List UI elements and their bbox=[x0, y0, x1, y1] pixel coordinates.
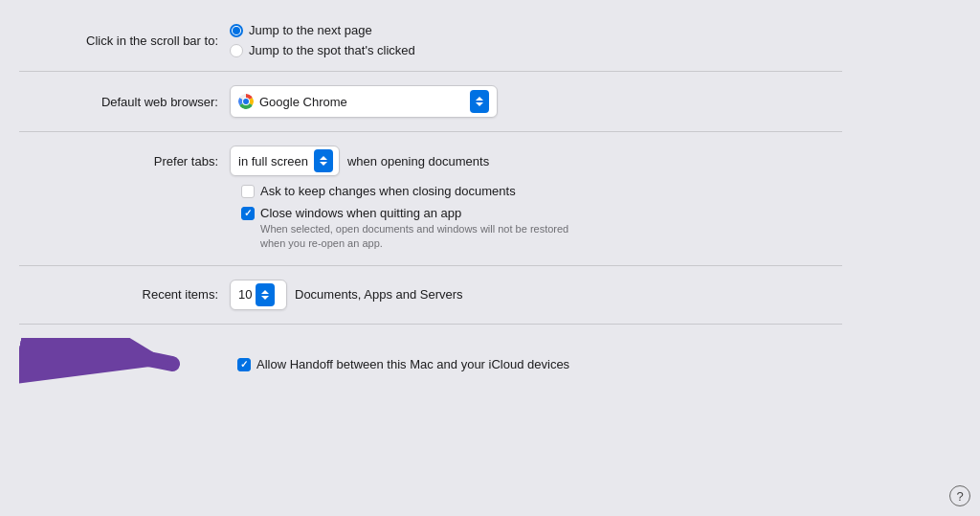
recent-stepper-down-icon bbox=[261, 296, 269, 300]
ask-keep-checkbox[interactable] bbox=[241, 185, 255, 198]
recent-label: Recent items: bbox=[19, 287, 230, 302]
recent-value: 10 bbox=[238, 287, 252, 302]
arrow-annotation-icon bbox=[19, 338, 230, 391]
radio-item-jump-next[interactable]: Jump to the next page bbox=[230, 23, 415, 37]
scrollbar-section: Click in the scroll bar to: Jump to the … bbox=[19, 10, 842, 72]
tab-select[interactable]: in full screen bbox=[230, 146, 340, 176]
browser-select[interactable]: Google Chrome bbox=[230, 85, 498, 118]
radio-jump-spot-label: Jump to the spot that's clicked bbox=[249, 43, 415, 57]
browser-stepper-down-icon bbox=[476, 102, 483, 106]
svg-point-2 bbox=[243, 99, 249, 104]
recent-select[interactable]: 10 bbox=[230, 280, 287, 310]
scrollbar-label: Click in the scroll bar to: bbox=[19, 34, 230, 48]
tab-stepper-up-icon bbox=[320, 156, 327, 160]
tab-suffix: when opening documents bbox=[347, 154, 489, 168]
recent-suffix: Documents, Apps and Servers bbox=[295, 287, 463, 302]
handoff-label: Allow Handoff between this Mac and your … bbox=[256, 357, 569, 371]
radio-jump-next[interactable] bbox=[230, 24, 243, 37]
ask-keep-label: Ask to keep changes when closing documen… bbox=[260, 184, 516, 198]
tab-select-value: in full screen bbox=[238, 154, 308, 168]
handoff-checkbox[interactable] bbox=[237, 358, 251, 371]
prefer-tabs-row: in full screen when opening documents bbox=[230, 146, 489, 176]
browser-stepper[interactable] bbox=[470, 90, 489, 113]
close-windows-checkbox[interactable] bbox=[241, 207, 255, 220]
scrollbar-radio-group: Jump to the next page Jump to the spot t… bbox=[230, 23, 415, 57]
recent-stepper[interactable] bbox=[256, 283, 275, 306]
radio-item-jump-spot[interactable]: Jump to the spot that's clicked bbox=[230, 43, 415, 57]
handoff-section: Allow Handoff between this Mac and your … bbox=[19, 325, 842, 404]
ask-keep-row: Ask to keep changes when closing documen… bbox=[241, 184, 842, 198]
recent-stepper-up-icon bbox=[261, 290, 269, 294]
tab-stepper[interactable] bbox=[314, 149, 333, 172]
close-windows-sublabel: When selected, open documents and window… bbox=[260, 222, 568, 252]
browser-name: Google Chrome bbox=[259, 95, 464, 109]
radio-jump-spot[interactable] bbox=[230, 44, 243, 57]
close-windows-row: Close windows when quitting an app When … bbox=[241, 206, 842, 252]
tab-stepper-down-icon bbox=[320, 162, 327, 166]
handoff-item[interactable]: Allow Handoff between this Mac and your … bbox=[237, 357, 569, 371]
prefer-tabs-label: Prefer tabs: bbox=[19, 154, 230, 168]
chrome-icon bbox=[238, 94, 254, 109]
recent-section: Recent items: 10 Documents, Apps and Ser… bbox=[19, 266, 842, 325]
radio-jump-next-label: Jump to the next page bbox=[249, 23, 372, 37]
help-button[interactable]: ? bbox=[949, 485, 970, 506]
browser-section: Default web browser: bbox=[19, 72, 842, 132]
close-windows-label: Close windows when quitting an app bbox=[260, 206, 568, 220]
browser-stepper-up-icon bbox=[476, 97, 483, 101]
browser-label: Default web browser: bbox=[19, 95, 230, 109]
close-windows-item[interactable]: Close windows when quitting an app When … bbox=[241, 206, 568, 252]
ask-keep-item[interactable]: Ask to keep changes when closing documen… bbox=[241, 184, 516, 198]
tabs-section: Prefer tabs: in full screen when opening… bbox=[19, 132, 842, 266]
